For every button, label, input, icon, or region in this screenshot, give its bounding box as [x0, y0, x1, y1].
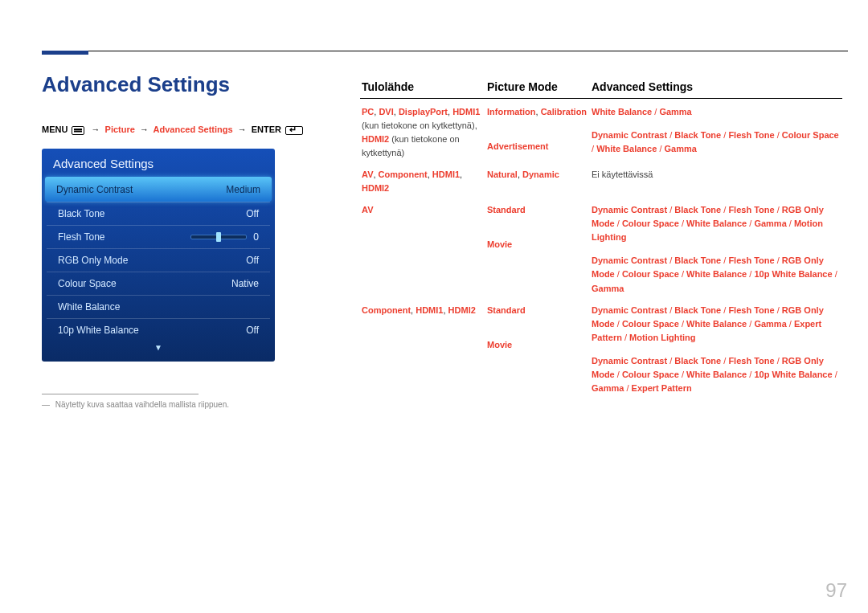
cell-advanced: Dynamic Contrast / Black Tone / Flesh To… — [592, 203, 842, 295]
osd-row-value: Medium — [226, 184, 260, 195]
table-row: AVStandardMovieDynamic Contrast / Black … — [360, 203, 842, 303]
footnote: ― Näytetty kuva saattaa vaihdella mallis… — [42, 400, 229, 409]
header-accent — [42, 51, 88, 55]
slider[interactable] — [190, 235, 247, 239]
cell-advanced: Dynamic Contrast / Black Tone / Flesh To… — [592, 304, 842, 395]
osd-row-label: White Balance — [58, 301, 120, 313]
osd-row-value: 0 — [253, 231, 259, 243]
settings-table: Tulolähde Picture Mode Advanced Settings… — [360, 80, 842, 403]
table-row: AV, Component, HDMI1, HDMI2Natural, Dyna… — [360, 168, 842, 203]
page-title: Advanced Settings — [42, 72, 230, 97]
header-source: Tulolähde — [360, 80, 487, 93]
osd-row-label: Black Tone — [58, 208, 104, 219]
cell-source: AV — [360, 203, 487, 295]
osd-row[interactable]: Black ToneOff — [47, 202, 270, 225]
header-advanced: Advanced Settings — [592, 80, 842, 93]
cell-advanced: Ei käytettävissä — [592, 168, 842, 195]
breadcrumb: MENU → Picture → Advanced Settings → ENT… — [42, 125, 305, 135]
cell-picture-mode: Natural, Dynamic — [487, 168, 592, 195]
osd-row-label: RGB Only Mode — [58, 255, 128, 266]
cell-picture-mode: StandardMovie — [487, 304, 592, 395]
cell-picture-mode: StandardMovie — [487, 203, 592, 295]
osd-row-value: Off — [246, 208, 259, 219]
table-row: Component, HDMI1, HDMI2StandardMovieDyna… — [360, 304, 842, 403]
slider-thumb[interactable] — [216, 232, 221, 242]
footnote-text: Näytetty kuva saattaa vaihdella mallista… — [55, 400, 229, 409]
osd-row[interactable]: White Balance — [47, 295, 270, 318]
osd-row-label: Flesh Tone — [58, 231, 104, 243]
osd-row-value: Native — [231, 278, 259, 289]
page-number: 97 — [825, 579, 847, 602]
osd-row-value: Off — [246, 325, 259, 336]
osd-row[interactable]: Colour SpaceNative — [47, 272, 270, 295]
arrow-icon: → — [92, 125, 100, 134]
osd-title: Advanced Settings — [42, 149, 275, 177]
cell-advanced: White Balance / GammaDynamic Contrast / … — [592, 105, 842, 160]
cell-source: Component, HDMI1, HDMI2 — [360, 304, 487, 395]
footnote-dash: ― — [42, 400, 50, 409]
osd-panel: Advanced Settings Dynamic ContrastMedium… — [42, 149, 275, 362]
osd-row-value: Off — [246, 255, 259, 266]
osd-row[interactable]: Dynamic ContrastMedium — [45, 177, 272, 202]
crumb-advanced: Advanced Settings — [154, 125, 233, 134]
cell-source: AV, Component, HDMI1, HDMI2 — [360, 168, 487, 195]
osd-row[interactable]: 10p White BalanceOff — [47, 318, 270, 341]
header-picture-mode: Picture Mode — [487, 80, 592, 93]
crumb-picture: Picture — [105, 125, 135, 134]
header-rule — [42, 51, 848, 51]
menu-label: MENU — [42, 125, 68, 134]
chevron-down-icon: ▼ — [42, 343, 275, 352]
arrow-icon: → — [140, 125, 149, 134]
osd-row-label: 10p White Balance — [58, 325, 139, 336]
footnote-rule — [42, 394, 199, 394]
osd-row-label: Colour Space — [58, 278, 117, 289]
osd-row[interactable]: Flesh Tone0 — [47, 225, 270, 248]
menu-icon — [72, 126, 84, 135]
table-row: PC, DVI, DisplayPort, HDMI1 (kun tietoko… — [360, 99, 842, 168]
table-header: Tulolähde Picture Mode Advanced Settings — [360, 80, 842, 99]
enter-label: ENTER — [252, 125, 281, 134]
osd-row-label: Dynamic Contrast — [56, 184, 133, 195]
arrow-icon: → — [238, 125, 247, 134]
cell-picture-mode: Information, CalibrationAdvertisement — [487, 105, 592, 160]
osd-row[interactable]: RGB Only ModeOff — [47, 248, 270, 272]
cell-source: PC, DVI, DisplayPort, HDMI1 (kun tietoko… — [360, 105, 487, 160]
enter-icon — [285, 126, 303, 135]
